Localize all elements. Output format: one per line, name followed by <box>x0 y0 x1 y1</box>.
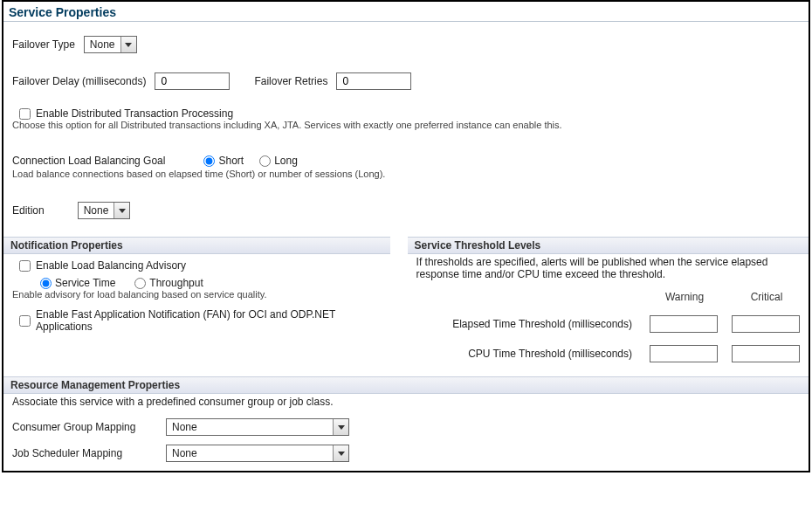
enable-fan-checkbox[interactable] <box>19 315 31 327</box>
failover-type-label: Failover Type <box>12 38 75 51</box>
job-scheduler-label: Job Scheduler Mapping <box>12 447 152 459</box>
job-scheduler-select[interactable]: None <box>166 445 349 462</box>
cpu-critical-input[interactable] <box>732 345 800 362</box>
threshold-desc: If thresholds are specified, alerts will… <box>408 254 809 284</box>
edition-value: None <box>79 204 114 217</box>
failover-type-select[interactable]: None <box>84 36 137 53</box>
clb-long-option[interactable]: Long <box>259 155 298 167</box>
job-scheduler-value: None <box>167 447 333 459</box>
edition-select[interactable]: None <box>78 202 131 219</box>
resource-header: Resource Management Properties <box>3 376 809 394</box>
failover-delay-input[interactable] <box>155 72 230 90</box>
consumer-group-value: None <box>167 421 333 433</box>
resource-desc: Associate this service with a predefined… <box>3 394 809 411</box>
throughput-option[interactable]: Throughput <box>134 277 203 289</box>
failover-retries-label: Failover Retries <box>254 75 327 87</box>
cpu-warning-input[interactable] <box>650 345 718 362</box>
chevron-down-icon <box>120 37 136 52</box>
svg-marker-0 <box>125 43 132 47</box>
enable-fan-label: Enable Fast Application Notification (FA… <box>36 308 366 333</box>
notification-header: Notification Properties <box>3 237 390 254</box>
clb-short-label: Short <box>218 155 244 167</box>
consumer-group-select[interactable]: None <box>166 418 349 436</box>
svg-marker-1 <box>119 209 126 213</box>
elapsed-warning-input[interactable] <box>650 315 718 333</box>
clb-long-label: Long <box>274 155 298 167</box>
elapsed-threshold-label: Elapsed Time Threshold (milliseconds) <box>413 318 637 330</box>
warning-column-header: Warning <box>650 291 719 303</box>
failover-retries-input[interactable] <box>336 72 411 90</box>
page-title: Service Properties <box>3 2 809 22</box>
service-time-option[interactable]: Service Time <box>40 277 115 289</box>
dtp-hint: Choose this option for all Distributed t… <box>3 120 809 135</box>
failover-delay-label: Failover Delay (milliseconds) <box>12 75 146 87</box>
enable-lb-advisory-label: Enable Load Balancing Advisory <box>36 259 186 272</box>
svg-marker-2 <box>338 425 345 430</box>
enable-lb-advisory-checkbox[interactable] <box>19 260 31 272</box>
edition-label: Edition <box>12 204 45 217</box>
advisory-hint: Enable advisory for load balancing based… <box>3 287 390 300</box>
clb-short-radio[interactable] <box>203 155 215 167</box>
clb-long-radio[interactable] <box>259 155 271 167</box>
enable-dtp-label: Enable Distributed Transaction Processin… <box>36 107 233 120</box>
chevron-down-icon <box>333 419 348 435</box>
service-time-label: Service Time <box>55 277 115 289</box>
consumer-group-label: Consumer Group Mapping <box>12 421 152 433</box>
enable-dtp-checkbox[interactable] <box>19 108 31 120</box>
chevron-down-icon <box>114 203 129 218</box>
clb-hint: Load balance connections based on elapse… <box>3 169 809 179</box>
chevron-down-icon <box>333 445 348 461</box>
clb-short-option[interactable]: Short <box>203 155 244 167</box>
elapsed-critical-input[interactable] <box>732 315 800 333</box>
threshold-header: Service Threshold Levels <box>408 237 809 254</box>
critical-column-header: Critical <box>732 291 802 303</box>
clb-goal-label: Connection Load Balancing Goal <box>12 155 165 167</box>
throughput-label: Throughput <box>149 277 203 289</box>
failover-type-value: None <box>85 38 120 51</box>
svg-marker-3 <box>338 452 345 456</box>
service-time-radio[interactable] <box>40 278 52 289</box>
cpu-threshold-label: CPU Time Threshold (milliseconds) <box>413 348 637 360</box>
throughput-radio[interactable] <box>134 278 146 289</box>
